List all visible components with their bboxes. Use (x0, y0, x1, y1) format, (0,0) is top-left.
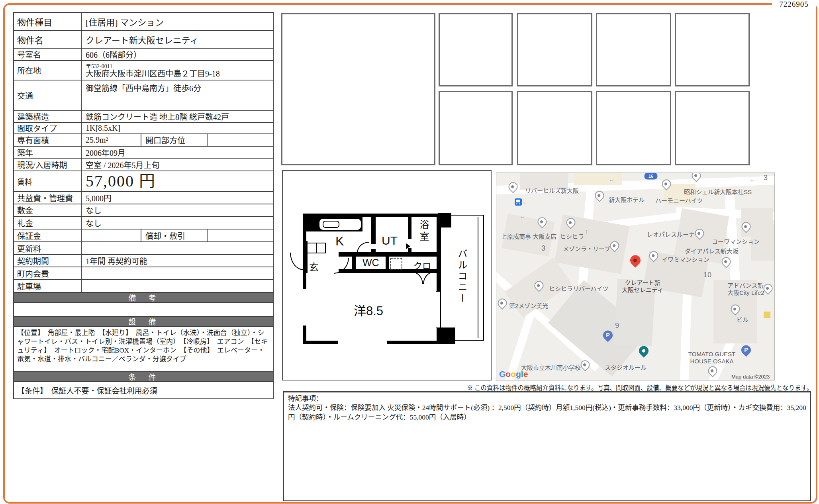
table-row: 号室名606（6階部分） (14, 49, 273, 61)
window-bottom (337, 341, 388, 344)
map-place-label: ヒシヒラリバーハイツ (549, 284, 608, 292)
special-notes-box: 特記事項： 法人契約可・保険：保険要加入 火災保険・24時間サポート(必須) ：… (283, 391, 811, 501)
entrance-door-arc (290, 253, 304, 270)
map-place-label: 9 (615, 322, 619, 330)
table-row: 契約期間1年間 再契約可能 (14, 255, 273, 267)
place-pin-icon (690, 173, 703, 182)
special-notes-title: 特記事項： (284, 392, 810, 403)
key-money: なし (82, 217, 273, 229)
map-place-label: 大阪セレニティ (622, 285, 663, 294)
room-number: 606（6階部分） (82, 49, 273, 60)
map-place-label: 大阪City Life2 (727, 288, 764, 296)
place-pin-icon (564, 216, 578, 229)
map-place-label: 3 (541, 244, 545, 253)
table-row: 専有面積 25.9m² 開口部方位 (14, 134, 273, 147)
conditions-header: 条 件 (14, 372, 273, 382)
bath-label: 浴室 (417, 220, 431, 243)
wall-k-ut (371, 215, 376, 244)
rent-amount: 57,000 円 (82, 172, 273, 190)
place-pin-icon (507, 180, 520, 193)
special-notes-body: 法人契約可・保険：保険要加入 火災保険・24時間サポート(必須) ：2,500円… (284, 403, 810, 422)
floorplan: K UT WC 浴室 クロ 玄 洋8.5 バルコニー (282, 170, 492, 380)
floor-area: 25.9m² (82, 134, 141, 146)
map-place-label: 新大阪ホテル (609, 195, 645, 204)
access: 御堂筋線「西中島南方」徒歩6分 (82, 80, 273, 94)
map-place-label: ビル (737, 315, 748, 324)
table-row: 共益費・管理費5,000円 (14, 192, 273, 204)
location-map: リバーヒルズ新大阪新大阪ホテルハーモニーハイツ昭和シェル新大阪本社SS3上原成商… (496, 173, 775, 380)
place-pin-icon (660, 177, 673, 190)
wall-wc-right (386, 252, 389, 273)
google-logo-letter: g (516, 369, 521, 378)
property-type: [住居用] マンション (82, 15, 273, 28)
photo-placeholder (517, 91, 592, 165)
wall-block (438, 328, 455, 344)
map-place-label: ハーモニーハイツ (655, 196, 703, 204)
map-place-label: リバーヒルズ新大阪 (525, 186, 579, 194)
deposit: なし (82, 204, 273, 216)
management-fee: 5,000円 (82, 192, 273, 204)
map-place-label: メゾンラ・リーブ (563, 244, 610, 253)
table-row: 更新料 (14, 242, 273, 255)
table-row: 物件名クレアート新大阪セレニティ (14, 31, 273, 49)
google-logo-letter: o (511, 369, 516, 378)
map-place-label: レオパレスルーナ (647, 230, 695, 238)
kitchen-label: K (335, 234, 344, 249)
place-pin-icon (720, 255, 733, 268)
balcony-inner-line (478, 217, 478, 338)
structure: 鉄筋コンクリート造 地上8階 総戸数42戸 (82, 111, 273, 122)
road-direction-arrow-icon: → (521, 198, 527, 205)
map-place-label: HOUSE OSAKA (690, 358, 733, 365)
place-pin-icon (647, 249, 660, 262)
remarks-content (14, 303, 273, 317)
map-place-label: 大阪市立木川南小学校 (521, 363, 581, 371)
place-pin-icon (740, 220, 753, 233)
map-place-label: 昭和シェル新大阪本社SS (684, 187, 752, 196)
table-row: 築年2006年09月 (14, 147, 273, 159)
washer-space (390, 258, 402, 270)
road-direction-arrow-icon: ← (519, 213, 525, 220)
closet-label: クロ (413, 259, 431, 271)
table-row: 現況/入居時期空室 / 2026年5月上旬 (14, 159, 273, 171)
layout-type: 1K[8.5xK] (82, 124, 273, 133)
map-place-label: 上原成商事 大阪支店 (501, 232, 556, 240)
disclaimer-note: ※ この資料は物件の概略紹介資料になります。写真、間取図面、設備、概要などが現況… (450, 383, 813, 392)
place-pin-icon (536, 215, 549, 228)
equipment-content: 【位置】 角部屋・最上階 【水廻り】 風呂・トイレ（水洗）・洗面台（独立）・シャ… (14, 327, 273, 372)
parking-pin-icon: P (739, 343, 753, 357)
table-row: 間取タイプ1K[8.5xK] (14, 123, 273, 134)
map-place-label: 第2メゾン美光 (509, 301, 548, 310)
document-number: 7226905 (772, 0, 816, 10)
table-row: 交通御堂筋線「西中島南方」徒歩6分 (14, 80, 273, 111)
address: 〒532-0011 大阪府大阪市淀川区西中島２丁目9-18 (82, 63, 273, 78)
photo-placeholder-main (281, 13, 435, 165)
map-place-label: TOMATO GUEST (688, 351, 735, 357)
road-direction-arrow-icon: ← (749, 176, 755, 183)
road-direction-arrow-icon: ↑ (585, 228, 588, 235)
entrance-label: 玄 (309, 259, 319, 273)
google-logo-letter: G (499, 369, 506, 378)
map-place-label: スタジオルール (605, 363, 647, 371)
property-flyer-page: { "page": { "doc_number": "7226905", "ac… (0, 0, 819, 504)
kitchen-sink (323, 221, 339, 228)
utility-label: UT (382, 234, 398, 247)
wc-label: WC (362, 257, 379, 269)
route-shield-icon: 16 (645, 173, 658, 180)
map-place-label: イワミマンション (662, 255, 709, 263)
table-row: 町内会費 (14, 267, 273, 280)
shoe-cabinet-divider (316, 243, 317, 253)
map-place-label: ヒシヒラ (560, 232, 584, 240)
guarantee-deposit (82, 229, 141, 241)
built-year: 2006年09月 (82, 147, 273, 158)
wall-ut-bath (408, 215, 411, 239)
window-left (303, 288, 306, 326)
map-place-label: 10 (703, 271, 711, 279)
balcony-label: バルコニー (455, 249, 469, 304)
map-place-label: ダイアパレス新大阪 (685, 247, 739, 255)
table-row: 敷金なし (14, 204, 273, 217)
window-balcony (436, 291, 440, 328)
photo-placeholder (517, 13, 592, 86)
place-pin-icon (533, 279, 546, 292)
lodging-pin-icon (637, 344, 650, 358)
place-pin-icon (706, 364, 719, 377)
